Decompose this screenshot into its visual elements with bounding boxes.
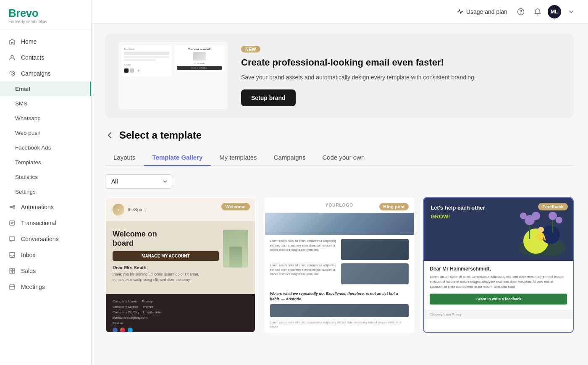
- sales-icon: [8, 267, 16, 275]
- sidebar-label-webpush: Web push: [15, 130, 41, 136]
- automations-icon: [8, 203, 16, 211]
- banner-text: NEW Create professional-looking email ev…: [241, 45, 560, 107]
- sidebar-item-email[interactable]: Email: [0, 81, 91, 96]
- header: Usage and plan ML: [92, 0, 588, 24]
- blog-hero-img: [265, 213, 414, 235]
- svg-point-21: [549, 212, 557, 220]
- usage-label: Usage and plan: [466, 8, 507, 15]
- feedback-content: Dear Mr Hammerschmidt, Lorem ipsum dolor…: [424, 261, 573, 310]
- svg-point-20: [532, 212, 540, 220]
- svg-rect-6: [10, 221, 15, 225]
- welcome-manage-btn: MANAGE MY ACCOUNT: [113, 251, 219, 261]
- blog-footer: Lorem ipsum dolor sit amet, consectetur …: [265, 317, 414, 332]
- welcome-footer: Company Name Privacy Company Adress Impr…: [106, 294, 255, 332]
- new-badge: NEW: [241, 46, 260, 53]
- template-card-blog[interactable]: Blog post YOURLOGO Lorem ipsum dolor sit…: [264, 197, 415, 333]
- sidebar-item-home[interactable]: Home: [0, 34, 91, 50]
- sidebar-label-sms: SMS: [15, 100, 27, 107]
- help-icon: [517, 8, 525, 16]
- sidebar-item-facebook[interactable]: Facebook Ads: [0, 140, 91, 155]
- sidebar-item-campaigns[interactable]: Campaigns: [0, 66, 91, 81]
- svg-point-19: [520, 213, 527, 219]
- sidebar-item-sms[interactable]: SMS: [0, 96, 91, 111]
- svg-rect-10: [10, 271, 12, 274]
- brand-banner: Font family Colors +: [105, 34, 574, 118]
- user-menu-chevron[interactable]: [564, 5, 578, 18]
- tab-layouts[interactable]: Layouts: [105, 150, 144, 166]
- svg-point-14: [520, 13, 521, 13]
- avatar[interactable]: ML: [548, 5, 561, 18]
- sidebar-item-contacts[interactable]: Contacts: [0, 50, 91, 66]
- sidebar-label-transactional: Transactional: [21, 220, 56, 226]
- tab-gallery[interactable]: Template Gallery: [144, 150, 211, 166]
- sidebar-label-statistics: Statistics: [15, 174, 38, 180]
- template-card-feedback[interactable]: Feedback Let's help each other GROW!: [423, 197, 574, 333]
- contacts-icon: [8, 54, 16, 61]
- blog-text1: Lorem ipsum dolor sit amet, consectetur …: [270, 239, 338, 252]
- sidebar-nav: Home Contacts Campaigns Email SMS Whatsa…: [0, 29, 91, 365]
- template-tabs: Layouts Template Gallery My templates Ca…: [105, 150, 574, 166]
- transactional-icon: [8, 219, 16, 227]
- logo-area: Brevo Formerly sendinblue: [0, 0, 91, 29]
- setup-brand-btn[interactable]: Setup brand: [241, 89, 296, 106]
- tab-my-templates[interactable]: My templates: [211, 150, 265, 166]
- header-right: ML: [514, 5, 578, 18]
- sidebar-label-meetings: Meetings: [21, 284, 45, 290]
- sidebar-item-meetings[interactable]: Meetings: [0, 279, 91, 295]
- sidebar-item-templates[interactable]: Templates: [0, 155, 91, 170]
- svg-point-2: [13, 205, 15, 207]
- svg-rect-7: [10, 252, 15, 257]
- blog-img3: [270, 304, 409, 317]
- sidebar-item-sales[interactable]: Sales: [0, 263, 91, 279]
- sidebar-item-inbox[interactable]: Inbox: [0, 247, 91, 263]
- sidebar-item-whatsapp[interactable]: Whatsapp: [0, 111, 91, 126]
- template-badge-feedback: Feedback: [538, 203, 568, 210]
- sidebar-item-automations[interactable]: Automations: [0, 199, 91, 215]
- template-badge-blog: Blog post: [379, 203, 409, 210]
- inbox-icon: [8, 251, 16, 259]
- svg-point-22: [556, 217, 562, 223]
- usage-icon: [457, 8, 464, 15]
- blog-img1: [341, 239, 409, 260]
- usage-and-plan-btn[interactable]: Usage and plan: [457, 8, 507, 15]
- sidebar-label-home: Home: [21, 38, 37, 45]
- campaigns-icon: [8, 70, 16, 77]
- back-btn[interactable]: [105, 131, 114, 140]
- blog-img2: [341, 263, 409, 284]
- feedback-preview: Let's help each other GROW!: [424, 198, 573, 332]
- template-badge-welcome: Welcome: [221, 203, 250, 210]
- sidebar-label-campaigns: Campaigns: [21, 70, 51, 77]
- back-arrow-icon: [105, 131, 114, 140]
- tab-campaigns[interactable]: Campaigns: [265, 150, 314, 166]
- home-icon: [8, 38, 16, 45]
- template-card-welcome[interactable]: Welcome t theSpa... Welcome onboard MANA…: [105, 197, 256, 333]
- svg-point-0: [11, 55, 13, 58]
- feedback-body: Lorem ipsum dolor sit amet, consectetur …: [430, 274, 567, 289]
- logo-sub: Formerly sendinblue: [8, 19, 83, 24]
- blog-preview: YOURLOGO Lorem ipsum dolor sit amet, con…: [265, 198, 414, 332]
- help-btn[interactable]: [514, 5, 528, 18]
- banner-title: Create professional-looking email even f…: [241, 57, 560, 69]
- sidebar-item-conversations[interactable]: Conversations: [0, 231, 91, 247]
- sidebar-label-templates: Templates: [15, 159, 41, 165]
- feedback-cta-btn[interactable]: I want to write a feedback: [430, 294, 567, 305]
- bell-icon: [534, 8, 541, 16]
- meetings-icon: [8, 283, 16, 291]
- notifications-btn[interactable]: [531, 5, 544, 18]
- welcome-dear: Dear Mrs Smith,: [113, 265, 219, 270]
- category-filter[interactable]: All Welcome Newsletter Promotional Trans…: [105, 174, 172, 189]
- conversations-icon: [8, 235, 16, 243]
- sidebar-label-settings: Settings: [15, 189, 36, 195]
- welcome-body: thank you for signing up lorem ipsum dol…: [113, 272, 219, 282]
- sidebar-item-transactional[interactable]: Transactional: [0, 215, 91, 231]
- main-content: Usage and plan ML Font family: [92, 0, 588, 365]
- logo-wordmark: Brevo: [8, 8, 83, 18]
- sidebar-item-settings[interactable]: Settings: [0, 184, 91, 199]
- sidebar-item-webpush[interactable]: Web push: [0, 126, 91, 140]
- sidebar-label-sales: Sales: [21, 268, 36, 274]
- templates-grid: Welcome t theSpa... Welcome onboard MANA…: [105, 197, 574, 333]
- tab-code-your-own[interactable]: Code your own: [314, 150, 373, 166]
- welcome-title: Welcome onboard: [113, 230, 219, 248]
- sidebar-item-statistics[interactable]: Statistics: [0, 170, 91, 184]
- svg-point-17: [541, 226, 560, 244]
